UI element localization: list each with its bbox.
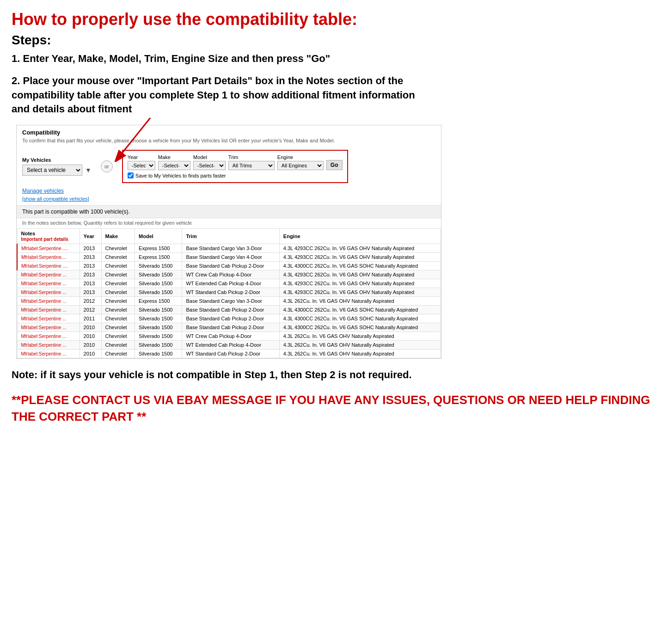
cell-make: Chevrolet xyxy=(101,332,135,341)
trim-select[interactable]: All Trims xyxy=(228,161,275,170)
cell-make: Chevrolet xyxy=(101,270,135,279)
cell-trim: Base Standard Cab Pickup 2-Door xyxy=(182,306,279,314)
table-row: Mfrlabel:Serpentine ...2010ChevroletSilv… xyxy=(17,332,441,341)
quantity-note: In the notes section below, Quantity ref… xyxy=(17,218,441,228)
cell-trim: WT Standard Cab Pickup 2-Door xyxy=(182,350,279,358)
cell-engine: 4.3L 4300CC 262Cu. In. V6 GAS SOHC Natur… xyxy=(279,323,441,332)
show-all-link[interactable]: [show all compatible vehicles] xyxy=(22,196,435,202)
table-row: Mfrlabel:Serpentine ...2012ChevroletSilv… xyxy=(17,306,441,314)
cell-make: Chevrolet xyxy=(101,341,135,350)
cell-model: Silverado 1500 xyxy=(135,341,182,350)
cell-year: 2012 xyxy=(80,297,101,306)
cell-notes: Mfrlabel:Serpentine ... xyxy=(17,323,80,332)
table-row: Mfrlabel:Serpentine ...2013ChevroletSilv… xyxy=(17,288,441,297)
cell-engine: 4.3L 4293CC 262Cu. In. V6 GAS OHV Natura… xyxy=(279,253,441,262)
step-1-text: 1. Enter Year, Make, Model, Trim, Engine… xyxy=(12,52,656,66)
save-checkbox-row: Save to My Vehicles to finds parts faste… xyxy=(128,172,343,178)
cell-engine: 4.3L 4293CC 262Cu. In. V6 GAS OHV Natura… xyxy=(279,279,441,288)
cell-engine: 4.3L 4293CC 262Cu. In. V6 GAS OHV Natura… xyxy=(279,270,441,279)
cell-make: Chevrolet xyxy=(101,253,135,262)
cell-notes: Mfrlabel:Serpentine ... xyxy=(17,288,80,297)
vehicle-select[interactable]: Select a vehicle xyxy=(22,165,82,176)
table-row: Mfrlabel:Serpentine ...2013ChevroletSilv… xyxy=(17,270,441,279)
cell-make: Chevrolet xyxy=(101,297,135,306)
cell-model: Silverado 1500 xyxy=(135,262,182,270)
cell-engine: 4.3L 262Cu. In. V6 GAS OHV Naturally Asp… xyxy=(279,297,441,306)
compatible-count-bar: This part is compatible with 1000 vehicl… xyxy=(17,205,441,218)
table-row: Mfrlabel:Serpentine ....2013ChevroletExp… xyxy=(17,244,441,253)
cell-trim: Base Standard Cab Pickup 2-Door xyxy=(182,314,279,323)
steps-label: Steps: xyxy=(12,33,656,48)
table-row: Mfrlabel:Serpentine ...2012ChevroletExpr… xyxy=(17,297,441,306)
cell-model: Silverado 1500 xyxy=(135,270,182,279)
model-select[interactable]: -Select- xyxy=(193,161,226,170)
col-notes: Notes Important part details xyxy=(17,229,80,244)
cell-trim: WT Crew Cab Pickup 4-Door xyxy=(182,332,279,341)
note-text: Note: if it says your vehicle is not com… xyxy=(12,368,656,382)
go-button[interactable]: Go xyxy=(326,160,343,170)
col-make: Make xyxy=(101,229,135,244)
cell-year: 2013 xyxy=(80,244,101,253)
cell-notes: Mfrlabel:Serpentine ... xyxy=(17,332,80,341)
compatibility-table: Notes Important part details Year Make M… xyxy=(17,228,441,358)
engine-select[interactable]: All Engines xyxy=(277,161,324,170)
col-engine: Engine xyxy=(279,229,441,244)
cell-engine: 4.3L 4293CC 262Cu. In. V6 GAS OHV Natura… xyxy=(279,244,441,253)
cell-notes: Mfrlabel:Serpentine ... xyxy=(17,350,80,358)
cell-trim: WT Extended Cab Pickup 4-Door xyxy=(182,341,279,350)
col-year: Year xyxy=(80,229,101,244)
cell-year: 2013 xyxy=(80,262,101,270)
cell-trim: WT Extended Cab Pickup 4-Door xyxy=(182,279,279,288)
cell-notes: Mfrlabel:Serpentine .... xyxy=(17,262,80,270)
contact-text: **PLEASE CONTACT US VIA EBAY MESSAGE IF … xyxy=(12,392,656,425)
table-row: Mfrlabel:Serpentine ...2011ChevroletSilv… xyxy=(17,314,441,323)
cell-notes: Mfrlabel:Serpentine ... xyxy=(17,279,80,288)
table-header-row: Notes Important part details Year Make M… xyxy=(17,229,441,244)
compatibility-box: Compatibility To confirm that this part … xyxy=(16,125,441,359)
cell-engine: 4.3L 4300CC 262Cu. In. V6 GAS SOHC Natur… xyxy=(279,262,441,270)
cell-model: Silverado 1500 xyxy=(135,332,182,341)
red-arrow-icon xyxy=(113,116,169,162)
model-field: Model -Select- xyxy=(193,154,226,170)
cell-make: Chevrolet xyxy=(101,262,135,270)
manage-vehicles-link[interactable]: Manage vehicles xyxy=(22,188,435,194)
make-select[interactable]: -Select- xyxy=(158,161,190,170)
compat-subtitle: To confirm that this part fits your vehi… xyxy=(17,138,441,147)
cell-model: Silverado 1500 xyxy=(135,279,182,288)
compat-vehicle-row: My Vehicles Select a vehicle ▼ or Year -… xyxy=(17,147,441,186)
cell-year: 2010 xyxy=(80,323,101,332)
cell-year: 2010 xyxy=(80,350,101,358)
compat-tbody: Mfrlabel:Serpentine ....2013ChevroletExp… xyxy=(17,244,441,358)
cell-engine: 4.3L 4300CC 262Cu. In. V6 GAS SOHC Natur… xyxy=(279,314,441,323)
cell-model: Silverado 1500 xyxy=(135,323,182,332)
save-label: Save to My Vehicles to finds parts faste… xyxy=(135,173,226,178)
main-title: How to properly use the compatibility ta… xyxy=(12,9,656,29)
cell-make: Chevrolet xyxy=(101,314,135,323)
cell-year: 2012 xyxy=(80,306,101,314)
save-checkbox[interactable] xyxy=(128,172,134,178)
trim-field: Trim All Trims xyxy=(228,154,275,170)
svg-line-1 xyxy=(123,118,150,153)
cell-year: 2013 xyxy=(80,279,101,288)
cell-engine: 4.3L 4300CC 262Cu. In. V6 GAS SOHC Natur… xyxy=(279,306,441,314)
cell-year: 2013 xyxy=(80,253,101,262)
table-row: Mfrlabel:Serpentine....2013ChevroletExpr… xyxy=(17,253,441,262)
my-vehicles-label: My Vehicles xyxy=(22,157,92,163)
year-select[interactable]: -Select- xyxy=(128,161,155,170)
cell-make: Chevrolet xyxy=(101,323,135,332)
compat-header: Compatibility xyxy=(17,125,441,138)
cell-make: Chevrolet xyxy=(101,350,135,358)
table-row: Mfrlabel:Serpentine ...2013ChevroletSilv… xyxy=(17,279,441,288)
cell-year: 2013 xyxy=(80,270,101,279)
cell-trim: Base Standard Cargo Van 4-Door xyxy=(182,253,279,262)
cell-notes: Mfrlabel:Serpentine ... xyxy=(17,297,80,306)
cell-engine: 4.3L 4293CC 262Cu. In. V6 GAS OHV Natura… xyxy=(279,288,441,297)
table-row: Mfrlabel:Serpentine ...2010ChevroletSilv… xyxy=(17,341,441,350)
cell-model: Express 1500 xyxy=(135,253,182,262)
table-row: Mfrlabel:Serpentine ...2010ChevroletSilv… xyxy=(17,350,441,358)
cell-make: Chevrolet xyxy=(101,288,135,297)
cell-year: 2010 xyxy=(80,341,101,350)
cell-engine: 4.3L 262Cu. In. V6 GAS OHV Naturally Asp… xyxy=(279,332,441,341)
cell-engine: 4.3L 262Cu. In. V6 GAS OHV Naturally Asp… xyxy=(279,350,441,358)
cell-model: Silverado 1500 xyxy=(135,306,182,314)
